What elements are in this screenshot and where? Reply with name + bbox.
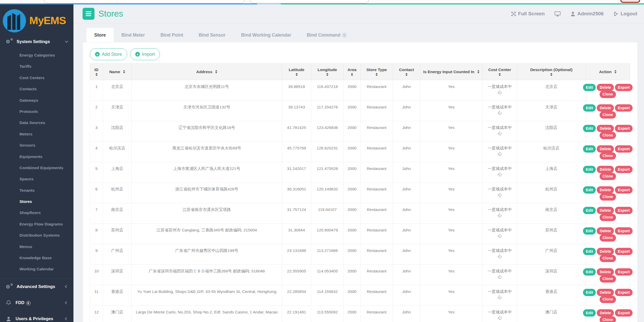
column-header-contact[interactable]: Contact xyxy=(393,64,420,80)
delete-button[interactable]: Delete xyxy=(597,84,614,91)
user-menu[interactable]: Admin2506 xyxy=(571,11,604,17)
logout-button[interactable]: Logout xyxy=(614,11,637,17)
sidebar-item-energy-categories[interactable]: Energy Categories xyxy=(0,50,73,61)
sidebar-item-tenants[interactable]: Tenants xyxy=(0,185,73,196)
sidebar-item-energy-flow-diagrams[interactable]: Energy Flow Diagrams xyxy=(0,218,73,230)
edit-button[interactable]: Edit xyxy=(583,125,596,132)
edit-button[interactable]: Edit xyxy=(583,248,596,255)
clone-button[interactable]: Clone xyxy=(600,255,616,262)
delete-button[interactable]: Delete xyxy=(597,248,614,255)
export-button[interactable]: Export xyxy=(615,289,633,296)
sidebar-section-users-privileges[interactable]: Users & Privileges xyxy=(0,311,73,322)
export-button[interactable]: Export xyxy=(615,186,633,194)
sidebar-item-menus[interactable]: Menus xyxy=(0,241,73,252)
tab-bind-meter[interactable]: Bind Meter xyxy=(114,28,153,42)
clone-button[interactable]: Clone xyxy=(600,152,616,160)
clone-button[interactable]: Clone xyxy=(600,296,616,303)
clone-button[interactable]: Clone xyxy=(600,193,616,201)
edit-button[interactable]: Edit xyxy=(583,186,596,194)
sidebar-item-tariffs[interactable]: Tariffs xyxy=(0,61,73,72)
export-button[interactable]: Export xyxy=(615,104,633,112)
edit-button[interactable]: Edit xyxy=(583,84,596,91)
import-button[interactable]: + Import xyxy=(130,48,160,60)
sidebar-item-shopfloors[interactable]: Shopfloors xyxy=(0,207,73,218)
sidebar-item-spaces[interactable]: Spaces xyxy=(0,173,73,184)
edit-button[interactable]: Edit xyxy=(583,207,596,214)
sidebar-item-data-sources[interactable]: Data Sources xyxy=(0,117,73,128)
column-header-is-energy-input-counted-in[interactable]: Is Energy Input Counted In xyxy=(420,64,483,80)
export-button[interactable]: Export xyxy=(615,84,633,91)
sidebar-section-system-settings[interactable]: ⚙⚙ System Settings xyxy=(0,36,73,47)
clone-button[interactable]: Clone xyxy=(600,275,616,283)
sidebar-item-cost-centers[interactable]: Cost Centers xyxy=(0,72,73,83)
sidebar-item-equipments[interactable]: Equipments xyxy=(0,151,73,162)
edit-button[interactable]: Edit xyxy=(583,104,596,112)
export-button[interactable]: Export xyxy=(615,227,633,235)
column-header-longitude[interactable]: Longitude xyxy=(311,64,344,80)
clone-button[interactable]: Clone xyxy=(600,132,616,139)
edit-button[interactable]: Edit xyxy=(583,289,596,296)
edit-button[interactable]: Edit xyxy=(583,309,596,317)
column-header-name[interactable]: Name xyxy=(103,64,132,80)
column-header-description-optional[interactable]: Description (Optional) xyxy=(517,64,586,80)
tab-bind-working-calendar[interactable]: Bind Working Calendar xyxy=(233,28,299,42)
delete-button[interactable]: Delete xyxy=(597,166,614,173)
edit-button[interactable]: Edit xyxy=(583,145,596,153)
edit-button[interactable]: Edit xyxy=(583,166,596,173)
tab-bind-sensor[interactable]: Bind Sensor xyxy=(191,28,233,42)
sidebar-section-fdd[interactable]: FDDE xyxy=(0,295,73,311)
sidebar-item-stores[interactable]: Stores xyxy=(0,196,73,207)
column-header-cost-center[interactable]: Cost Center xyxy=(483,64,517,80)
export-button[interactable]: Export xyxy=(615,166,633,173)
clone-button[interactable]: Clone xyxy=(600,91,616,98)
export-button[interactable]: Export xyxy=(615,248,633,255)
sidebar-item-knowledge-base[interactable]: Knowledge Base xyxy=(0,252,73,263)
clone-button[interactable]: Clone xyxy=(600,111,616,119)
column-header-area[interactable]: Area xyxy=(344,64,361,80)
sidebar-item-contacts[interactable]: Contacts xyxy=(0,83,73,94)
delete-button[interactable]: Delete xyxy=(597,125,614,132)
delete-button[interactable]: Delete xyxy=(597,289,614,296)
tab-bind-point[interactable]: Bind Point xyxy=(153,28,191,42)
clone-button[interactable]: Clone xyxy=(600,234,616,242)
brand-logo[interactable]: MyEMS xyxy=(0,4,73,36)
export-button[interactable]: Export xyxy=(615,207,633,214)
sidebar-item-combined-equipments[interactable]: Combined Equipments xyxy=(0,162,73,173)
delete-button[interactable]: Delete xyxy=(597,145,614,153)
add-store-button[interactable]: + Add Store xyxy=(90,48,127,60)
sidebar-item-protocols[interactable]: Protocols xyxy=(0,106,73,117)
sidebar-item-distribution-systems[interactable]: Distribution Systems xyxy=(0,230,73,241)
delete-button[interactable]: Delete xyxy=(597,268,614,276)
delete-button[interactable]: Delete xyxy=(597,309,614,317)
clone-button[interactable]: Clone xyxy=(600,173,616,180)
column-header-latitude[interactable]: Latitude xyxy=(282,64,311,80)
tab-bind-command[interactable]: Bind CommandE xyxy=(299,28,354,42)
delete-button[interactable]: Delete xyxy=(597,227,614,235)
export-button[interactable]: Export xyxy=(615,125,633,132)
clone-button[interactable]: Clone xyxy=(600,316,616,322)
edit-button[interactable]: Edit xyxy=(583,268,596,276)
column-header-action[interactable]: Action xyxy=(586,64,630,80)
sidebar-item-gateways[interactable]: Gateways xyxy=(0,95,73,106)
tab-store[interactable]: Store xyxy=(86,28,114,42)
sidebar-item-working-calendar[interactable]: Working Calendar xyxy=(0,263,73,275)
sidebar-item-meters[interactable]: Meters xyxy=(0,128,73,140)
column-header-address[interactable]: Address xyxy=(132,64,282,80)
export-button[interactable]: Export xyxy=(615,268,633,276)
hamburger-menu-button[interactable] xyxy=(83,8,94,20)
display-selector-button[interactable] xyxy=(554,11,561,17)
delete-button[interactable]: Delete xyxy=(597,186,614,194)
sidebar-item-sensors[interactable]: Sensors xyxy=(0,140,73,151)
column-label: Is Energy Input Counted In xyxy=(423,70,474,74)
clone-button[interactable]: Clone xyxy=(600,214,616,221)
full-screen-button[interactable]: Full Screen xyxy=(511,11,545,17)
export-button[interactable]: Export xyxy=(615,309,633,317)
export-button[interactable]: Export xyxy=(615,145,633,153)
sidebar-section-advanced-settings[interactable]: ⚙⚙ Advanced Settings xyxy=(0,279,73,295)
edit-button[interactable]: Edit xyxy=(583,227,596,235)
delete-button[interactable]: Delete xyxy=(597,207,614,214)
table-row: 7南京店江苏省南京市溧水区宝塔路31.757124119.041072000Re… xyxy=(90,203,630,224)
column-header-store-type[interactable]: Store Type xyxy=(361,64,393,80)
delete-button[interactable]: Delete xyxy=(597,104,614,112)
column-header-id[interactable]: ID xyxy=(90,64,103,80)
